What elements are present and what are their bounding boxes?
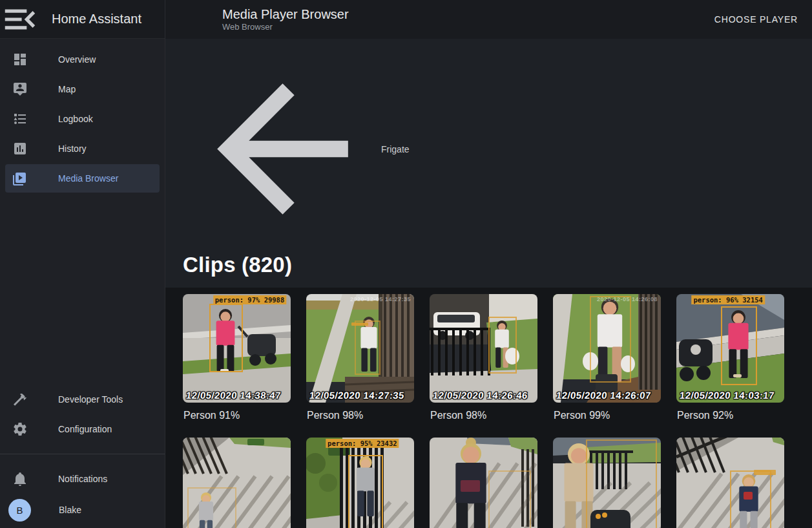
sidebar-item-overview[interactable]: Overview [5, 45, 160, 74]
choose-player-button[interactable]: CHOOSE PLAYER [709, 9, 803, 30]
clip-title: Person 99% [554, 409, 661, 421]
clip-scene [553, 294, 661, 403]
clip-timestamp: 12/05/2020 14:26:07 [556, 390, 652, 401]
clip-card: 2020-12-05 14:26:08 12/05/2020 14:26:07 … [553, 294, 661, 438]
clip-scene [183, 438, 291, 528]
clip-scene [676, 294, 784, 403]
arrow-left-icon [183, 50, 381, 248]
view-dashboard-icon [12, 52, 28, 67]
clip-card: 2020-12-05 14:27:35 12/05/2020 14:27:35 … [306, 294, 414, 438]
sidebar-item-label: Developer Tools [58, 394, 123, 405]
clip-card: person: 97% 29988 12/05/2020 14:38:47 Pe… [183, 294, 291, 438]
sidebar-notifications: Notifications [0, 458, 165, 494]
sidebar-profile[interactable]: B Blake [0, 494, 165, 525]
sidebar-item-label: History [58, 143, 87, 154]
sidebar-item-developer-tools[interactable]: Developer Tools [5, 385, 160, 414]
clip-thumbnail[interactable]: 12/05/2020 13:58:17 [676, 438, 784, 528]
camera-osd-timestamp: 2020-12-05 14:26:08 [597, 296, 658, 302]
tooltip-account-icon [12, 81, 28, 97]
sidebar-item-map[interactable]: Map [5, 75, 160, 103]
clip-card: 12/05/2020 13:58:17 Person 91% [676, 438, 784, 528]
clip-title: Person 98% [307, 409, 414, 421]
clip-card: 12/05/2020 13:59:49 Person 98% [430, 438, 537, 528]
sidebar-item-label: Map [58, 84, 76, 94]
sidebar-item-media-browser[interactable]: Media Browser [5, 164, 160, 193]
format-list-bulleted-icon [12, 111, 28, 127]
clip-scene [676, 438, 784, 528]
clip-thumbnail[interactable]: person: 95% 23432 12/05/2020 14:00:52 [306, 438, 414, 528]
camera-osd-timestamp: 2020-12-05 14:27:35 [350, 296, 411, 302]
clip-title: Person 98% [430, 409, 537, 421]
play-box-multiple-icon [12, 171, 28, 186]
bell-icon [12, 471, 28, 487]
clip-thumbnail[interactable]: 12/05/2020 13:58:30 [553, 438, 661, 528]
sidebar-item-label: Configuration [58, 424, 112, 434]
sidebar-item-logbook[interactable]: Logbook [5, 105, 160, 133]
avatar: B [8, 499, 31, 522]
detection-label: person: 95% 23432 [326, 439, 399, 448]
breadcrumb[interactable]: Frigate [183, 50, 410, 248]
clip-thumbnail[interactable]: 12/05/2020 14:01:14 [183, 438, 291, 528]
clip-card: 12/05/2020 14:01:14 Person 98% [183, 438, 291, 528]
clip-timestamp: 12/05/2020 14:26:46 [432, 390, 528, 401]
content-header: Frigate Clips (820) [165, 39, 812, 288]
clip-scene [553, 438, 661, 528]
app-bar: Media Player Browser Web Browser CHOOSE … [165, 0, 812, 39]
breadcrumb-label: Frigate [381, 144, 410, 154]
main-area: Media Player Browser Web Browser CHOOSE … [165, 0, 812, 528]
sidebar-item-history[interactable]: History [5, 134, 160, 163]
detection-label: person: 97% 29988 [213, 295, 286, 304]
profile-name: Blake [59, 505, 81, 515]
clip-scene [306, 294, 414, 403]
clip-scene [183, 294, 291, 403]
clip-card: person: 95% 23432 12/05/2020 14:00:52 Pe… [306, 438, 414, 528]
app-bar-titles: Media Player Browser Web Browser [222, 7, 349, 32]
sidebar-header: Home Assistant [0, 0, 165, 39]
sidebar-item-label: Notifications [58, 474, 107, 484]
clip-timestamp: 12/05/2020 14:03:17 [679, 390, 775, 401]
clip-thumbnail[interactable]: person: 96% 32154 12/05/2020 14:03:17 [676, 294, 784, 403]
hammer-icon [12, 392, 28, 407]
sidebar-footer-nav: Developer Tools Configuration [0, 379, 165, 445]
sidebar-spacer [0, 194, 165, 379]
sidebar-item-label: Logbook [58, 114, 93, 124]
app-title: Home Assistant [52, 12, 141, 26]
clip-scene [430, 438, 537, 528]
clip-title: Person 91% [183, 409, 291, 421]
detection-label: person: 96% 32154 [691, 295, 764, 304]
clip-thumbnail[interactable]: 12/05/2020 13:59:49 [430, 438, 537, 528]
content-scroll[interactable]: person: 97% 29988 12/05/2020 14:38:47 Pe… [165, 288, 812, 528]
chart-box-icon [12, 141, 28, 156]
clip-thumbnail[interactable]: 2020-12-05 14:27:35 12/05/2020 14:27:35 [306, 294, 414, 403]
clip-thumbnail[interactable]: 12/05/2020 14:26:46 [430, 294, 537, 403]
sidebar-item-notifications[interactable]: Notifications [5, 465, 160, 493]
clip-timestamp: 12/05/2020 14:38:47 [185, 390, 282, 401]
clip-scene [430, 294, 537, 403]
clip-timestamp: 12/05/2020 14:27:35 [309, 390, 405, 401]
clip-card: 12/05/2020 13:58:30 Person 98% [553, 438, 661, 528]
clip-card: 12/05/2020 14:26:46 Person 98% [430, 294, 537, 438]
sidebar-item-label: Media Browser [58, 173, 118, 184]
clips-grid: person: 97% 29988 12/05/2020 14:38:47 Pe… [183, 294, 802, 528]
clip-scene [306, 438, 414, 528]
sidebar-nav: Overview Map Logbook History Media Brows… [0, 39, 165, 194]
page-title: Clips (820) [183, 253, 812, 277]
clip-title: Person 92% [677, 409, 784, 421]
sidebar: Home Assistant Overview Map Logbook Hist… [0, 0, 165, 528]
menu-open-icon[interactable] [0, 0, 40, 39]
sidebar-item-label: Overview [58, 54, 96, 65]
sidebar-divider [0, 454, 165, 454]
clip-thumbnail[interactable]: 2020-12-05 14:26:08 12/05/2020 14:26:07 [553, 294, 661, 403]
clip-thumbnail[interactable]: person: 97% 29988 12/05/2020 14:38:47 [183, 294, 291, 403]
page-app-subtitle: Web Browser [222, 22, 349, 32]
clip-card: person: 96% 32154 12/05/2020 14:03:17 Pe… [676, 294, 784, 438]
cog-icon [12, 421, 28, 437]
sidebar-item-configuration[interactable]: Configuration [5, 415, 160, 443]
page-app-title: Media Player Browser [222, 7, 349, 21]
